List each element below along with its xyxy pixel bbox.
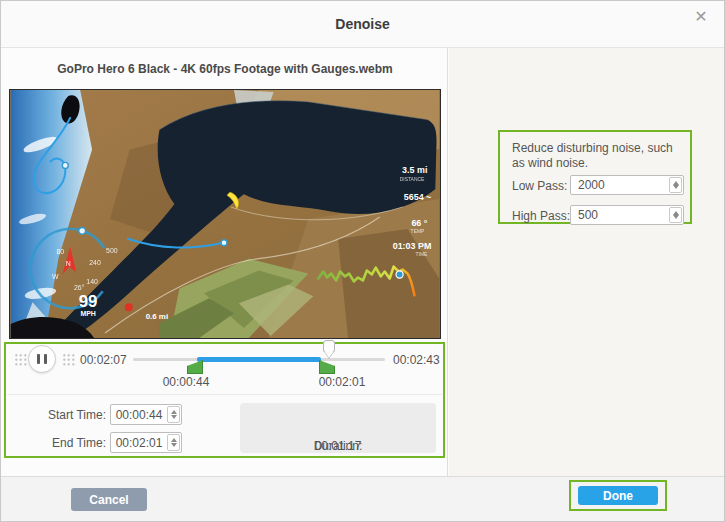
clock-readout: 01:03 PM (393, 241, 432, 251)
end-time-stepper[interactable] (167, 434, 180, 451)
start-time-field-wrap (110, 404, 182, 425)
denoise-dialog: Denoise ✕ GoPro Hero 6 Black - 4K 60fps … (0, 0, 725, 522)
selection-start-label: 00:00:44 (154, 375, 218, 389)
low-pass-field-wrap (570, 175, 684, 195)
svg-text:DISTANCE: DISTANCE (400, 177, 425, 182)
high-pass-input[interactable] (570, 205, 684, 225)
mini-distance-label: 0.6 mi (146, 312, 168, 321)
svg-text:80: 80 (56, 248, 64, 255)
close-icon[interactable]: ✕ (691, 7, 711, 27)
done-annotation-box: Done (569, 480, 667, 511)
dialog-title: Denoise (1, 16, 724, 32)
dialog-header: Denoise ✕ (1, 1, 724, 48)
settings-pane: Reduce disturbing noise, such as wind no… (449, 48, 724, 476)
video-filename: GoPro Hero 6 Black - 4K 60fps Footage wi… (9, 62, 441, 76)
high-pass-label: High Pass: (512, 209, 570, 223)
temperature-readout: 66 ° (411, 218, 427, 228)
drag-dots-icon (62, 353, 75, 366)
altitude-readout: 5654 ~ (404, 192, 432, 202)
distance-readout: 3.5 mi (402, 165, 427, 175)
noise-settings-box: Reduce disturbing noise, such as wind no… (498, 130, 692, 224)
end-time-label: End Time: (34, 436, 106, 450)
playhead-marker[interactable] (323, 340, 335, 353)
svg-text:W: W (52, 273, 59, 280)
pause-icon (37, 354, 47, 364)
high-pass-field-wrap (570, 205, 684, 225)
svg-text:TEMP: TEMP (411, 229, 425, 234)
total-time: 00:02:43 (393, 353, 440, 367)
start-time-label: Start Time: (34, 408, 106, 422)
low-pass-input[interactable] (570, 175, 684, 195)
trim-start-handle[interactable] (187, 360, 203, 374)
svg-text:TIME: TIME (416, 252, 429, 257)
done-button[interactable]: Done (578, 486, 658, 505)
video-preview: 80 N W 240 500 140 26° 99 MPH 0.6 mi (9, 89, 441, 339)
pause-button[interactable] (28, 345, 56, 373)
svg-text:N: N (66, 260, 71, 267)
drag-dots-icon (14, 353, 27, 366)
end-time-field-wrap (110, 432, 182, 453)
current-time: 00:02:07 (80, 353, 127, 367)
svg-text:26°: 26° (74, 284, 85, 291)
speed-value: 99 (79, 292, 98, 311)
video-scene: 80 N W 240 500 140 26° 99 MPH 0.6 mi (10, 90, 440, 338)
high-pass-stepper[interactable] (669, 207, 682, 223)
svg-text:500: 500 (106, 247, 118, 254)
position-dot (125, 303, 133, 311)
low-pass-stepper[interactable] (669, 177, 682, 193)
low-pass-label: Low Pass: (512, 179, 567, 193)
preview-pane: GoPro Hero 6 Black - 4K 60fps Footage wi… (1, 48, 448, 476)
divider (7, 394, 442, 395)
trim-end-handle[interactable] (319, 360, 335, 374)
dialog-footer: Cancel Done (1, 476, 724, 521)
duration-value: 00:01:17 (240, 439, 436, 453)
playback-controls-box: 00:02:07 00:02:43 00:00:44 00:02:01 Star… (4, 342, 445, 458)
duration-box: Duration: 00:01:17 (240, 403, 436, 453)
noise-description: Reduce disturbing noise, such as wind no… (512, 141, 682, 171)
selected-range (197, 357, 321, 362)
svg-text:240: 240 (89, 259, 101, 266)
svg-text:140: 140 (86, 278, 98, 285)
selection-end-label: 00:02:01 (310, 375, 374, 389)
speed-unit: MPH (80, 310, 95, 317)
cancel-button[interactable]: Cancel (71, 488, 147, 511)
start-time-stepper[interactable] (167, 406, 180, 423)
